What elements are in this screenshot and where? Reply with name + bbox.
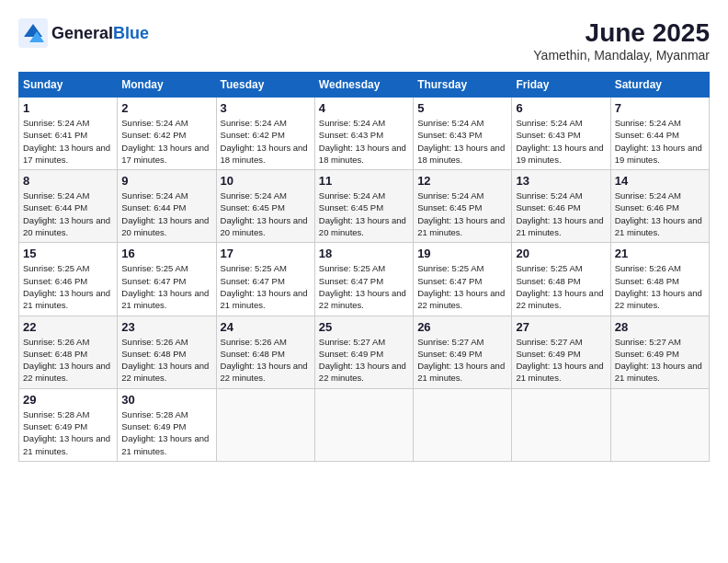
day-info: Sunrise: 5:24 AM Sunset: 6:43 PM Dayligh… (516, 117, 606, 166)
day-info: Sunrise: 5:25 AM Sunset: 6:47 PM Dayligh… (121, 262, 211, 311)
day-number: 11 (319, 174, 409, 188)
day-number: 30 (121, 393, 211, 407)
logo-general: General (51, 24, 113, 43)
title-area: June 2025 Yamethin, Mandalay, Myanmar (533, 18, 710, 63)
day-number: 14 (615, 174, 705, 188)
day-info: Sunrise: 5:26 AM Sunset: 6:48 PM Dayligh… (121, 336, 211, 385)
calendar-table: Sunday Monday Tuesday Wednesday Thursday… (18, 72, 710, 462)
col-monday: Monday (118, 73, 216, 98)
day-info: Sunrise: 5:24 AM Sunset: 6:42 PM Dayligh… (221, 117, 311, 166)
day-number: 28 (615, 320, 705, 334)
day-info: Sunrise: 5:24 AM Sunset: 6:44 PM Dayligh… (615, 117, 705, 166)
day-number: 23 (121, 320, 211, 334)
day-cell-2: 2 Sunrise: 5:24 AM Sunset: 6:42 PM Dayli… (118, 98, 216, 170)
day-info: Sunrise: 5:25 AM Sunset: 6:46 PM Dayligh… (23, 262, 113, 311)
day-info: Sunrise: 5:27 AM Sunset: 6:49 PM Dayligh… (417, 336, 507, 385)
day-cell-7: 7 Sunrise: 5:24 AM Sunset: 6:44 PM Dayli… (610, 98, 709, 170)
day-info: Sunrise: 5:25 AM Sunset: 6:47 PM Dayligh… (417, 262, 507, 311)
logo-blue: Blue (113, 24, 149, 43)
day-cell-13: 13 Sunrise: 5:24 AM Sunset: 6:46 PM Dayl… (512, 170, 610, 243)
day-number: 7 (615, 101, 705, 115)
day-number: 15 (23, 247, 113, 260)
day-cell-18: 18 Sunrise: 5:25 AM Sunset: 6:47 PM Dayl… (314, 243, 413, 316)
col-sunday: Sunday (19, 73, 118, 98)
day-cell-5: 5 Sunrise: 5:24 AM Sunset: 6:43 PM Dayli… (414, 98, 512, 170)
day-number: 22 (23, 320, 113, 334)
day-info: Sunrise: 5:28 AM Sunset: 6:49 PM Dayligh… (121, 408, 211, 457)
day-cell-22: 22 Sunrise: 5:26 AM Sunset: 6:48 PM Dayl… (19, 316, 118, 388)
day-cell-25: 25 Sunrise: 5:27 AM Sunset: 6:49 PM Dayl… (314, 316, 413, 388)
day-info: Sunrise: 5:25 AM Sunset: 6:47 PM Dayligh… (221, 262, 311, 311)
day-cell-30: 30 Sunrise: 5:28 AM Sunset: 6:49 PM Dayl… (118, 388, 216, 461)
day-cell-12: 12 Sunrise: 5:24 AM Sunset: 6:45 PM Dayl… (414, 170, 512, 243)
day-info: Sunrise: 5:27 AM Sunset: 6:49 PM Dayligh… (319, 336, 409, 385)
day-number: 2 (121, 101, 211, 115)
month-title: June 2025 (533, 18, 710, 48)
day-cell-9: 9 Sunrise: 5:24 AM Sunset: 6:44 PM Dayli… (118, 170, 216, 243)
day-number: 6 (516, 101, 606, 115)
day-cell-24: 24 Sunrise: 5:26 AM Sunset: 6:48 PM Dayl… (216, 316, 314, 388)
day-number: 20 (516, 247, 606, 260)
col-wednesday: Wednesday (314, 73, 413, 98)
day-number: 3 (221, 101, 311, 115)
day-cell-1: 1 Sunrise: 5:24 AM Sunset: 6:41 PM Dayli… (19, 98, 118, 170)
day-cell-14: 14 Sunrise: 5:24 AM Sunset: 6:46 PM Dayl… (610, 170, 709, 243)
empty-cell (414, 388, 512, 461)
calendar-week-row: 15 Sunrise: 5:25 AM Sunset: 6:46 PM Dayl… (19, 243, 710, 316)
day-cell-27: 27 Sunrise: 5:27 AM Sunset: 6:49 PM Dayl… (512, 316, 610, 388)
day-number: 9 (121, 174, 211, 188)
empty-cell (512, 388, 610, 461)
day-info: Sunrise: 5:24 AM Sunset: 6:46 PM Dayligh… (516, 190, 606, 238)
day-cell-8: 8 Sunrise: 5:24 AM Sunset: 6:44 PM Dayli… (19, 170, 118, 243)
day-number: 27 (516, 320, 606, 334)
calendar-week-row: 8 Sunrise: 5:24 AM Sunset: 6:44 PM Dayli… (19, 170, 710, 243)
day-cell-4: 4 Sunrise: 5:24 AM Sunset: 6:43 PM Dayli… (314, 98, 413, 170)
empty-cell (216, 388, 314, 461)
calendar-week-row: 29 Sunrise: 5:28 AM Sunset: 6:49 PM Dayl… (19, 388, 710, 461)
day-info: Sunrise: 5:24 AM Sunset: 6:44 PM Dayligh… (23, 190, 113, 238)
day-number: 4 (319, 101, 409, 115)
day-cell-28: 28 Sunrise: 5:27 AM Sunset: 6:49 PM Dayl… (610, 316, 709, 388)
day-info: Sunrise: 5:24 AM Sunset: 6:45 PM Dayligh… (417, 190, 507, 238)
day-number: 10 (221, 174, 311, 188)
day-info: Sunrise: 5:27 AM Sunset: 6:49 PM Dayligh… (516, 336, 606, 385)
day-info: Sunrise: 5:24 AM Sunset: 6:42 PM Dayligh… (121, 117, 211, 166)
day-cell-26: 26 Sunrise: 5:27 AM Sunset: 6:49 PM Dayl… (414, 316, 512, 388)
day-info: Sunrise: 5:25 AM Sunset: 6:47 PM Dayligh… (319, 262, 409, 311)
day-number: 25 (319, 320, 409, 334)
calendar-header-row: Sunday Monday Tuesday Wednesday Thursday… (19, 73, 710, 98)
day-cell-3: 3 Sunrise: 5:24 AM Sunset: 6:42 PM Dayli… (216, 98, 314, 170)
day-cell-19: 19 Sunrise: 5:25 AM Sunset: 6:47 PM Dayl… (414, 243, 512, 316)
day-number: 5 (417, 101, 507, 115)
calendar-week-row: 1 Sunrise: 5:24 AM Sunset: 6:41 PM Dayli… (19, 98, 710, 170)
day-info: Sunrise: 5:24 AM Sunset: 6:43 PM Dayligh… (417, 117, 507, 166)
day-number: 8 (23, 174, 113, 188)
day-info: Sunrise: 5:25 AM Sunset: 6:48 PM Dayligh… (516, 262, 606, 311)
day-info: Sunrise: 5:24 AM Sunset: 6:43 PM Dayligh… (319, 117, 409, 166)
day-number: 26 (417, 320, 507, 334)
day-info: Sunrise: 5:26 AM Sunset: 6:48 PM Dayligh… (23, 336, 113, 385)
day-cell-15: 15 Sunrise: 5:25 AM Sunset: 6:46 PM Dayl… (19, 243, 118, 316)
day-cell-17: 17 Sunrise: 5:25 AM Sunset: 6:47 PM Dayl… (216, 243, 314, 316)
empty-cell (610, 388, 709, 461)
day-cell-21: 21 Sunrise: 5:26 AM Sunset: 6:48 PM Dayl… (610, 243, 709, 316)
day-number: 16 (121, 247, 211, 260)
empty-cell (314, 388, 413, 461)
day-number: 19 (417, 247, 507, 260)
day-number: 24 (221, 320, 311, 334)
col-saturday: Saturday (610, 73, 709, 98)
day-cell-6: 6 Sunrise: 5:24 AM Sunset: 6:43 PM Dayli… (512, 98, 610, 170)
logo-icon (18, 18, 48, 48)
day-number: 18 (319, 247, 409, 260)
day-info: Sunrise: 5:24 AM Sunset: 6:44 PM Dayligh… (121, 190, 211, 238)
day-info: Sunrise: 5:24 AM Sunset: 6:45 PM Dayligh… (319, 190, 409, 238)
day-number: 29 (23, 393, 113, 407)
day-info: Sunrise: 5:26 AM Sunset: 6:48 PM Dayligh… (221, 336, 311, 385)
day-cell-11: 11 Sunrise: 5:24 AM Sunset: 6:45 PM Dayl… (314, 170, 413, 243)
day-info: Sunrise: 5:24 AM Sunset: 6:46 PM Dayligh… (615, 190, 705, 238)
day-number: 17 (221, 247, 311, 260)
day-number: 12 (417, 174, 507, 188)
day-number: 13 (516, 174, 606, 188)
day-number: 21 (615, 247, 705, 260)
page-header: GeneralBlue June 2025 Yamethin, Mandalay… (18, 18, 710, 63)
